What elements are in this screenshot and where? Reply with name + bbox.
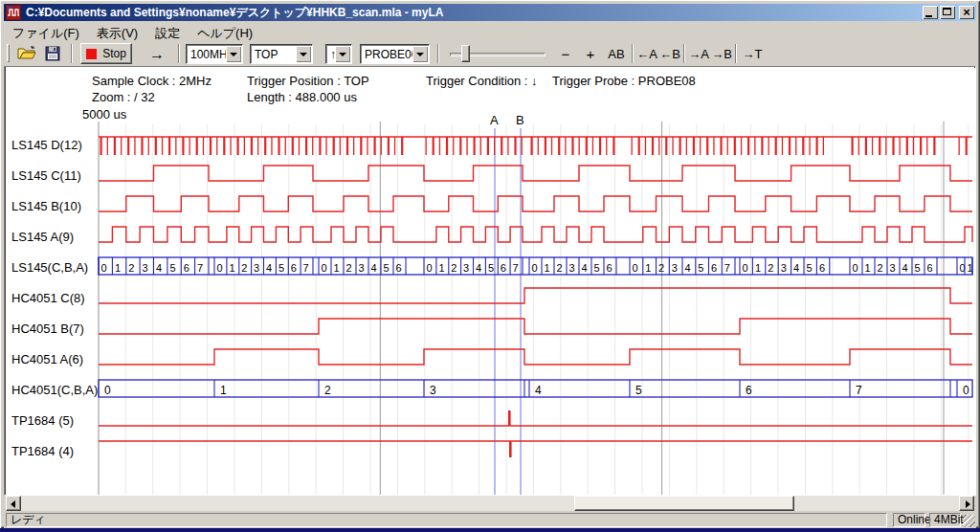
trigger-position-value: TOP xyxy=(255,47,278,62)
svg-text:0: 0 xyxy=(427,262,433,274)
svg-text:2: 2 xyxy=(324,384,331,397)
svg-text:5: 5 xyxy=(635,384,642,397)
svg-text:3: 3 xyxy=(143,262,148,274)
window-title: C:¥Documents and Settings¥noname¥デスクトップ¥… xyxy=(26,5,923,21)
status-memory-badge: 4MBit xyxy=(929,513,961,527)
svg-text:6: 6 xyxy=(711,262,717,274)
title-bar[interactable]: C:¥Documents and Settings¥noname¥デスクトップ¥… xyxy=(4,4,976,21)
toolbar: Stop → 100MHz TOP ↑ PROBE00 − + AB ←A ←B xyxy=(4,40,976,66)
close-button[interactable]: × xyxy=(959,6,974,19)
goto-trigger-button[interactable]: →T xyxy=(741,43,764,64)
svg-text:2: 2 xyxy=(878,262,883,274)
svg-text:3: 3 xyxy=(430,384,436,397)
svg-text:0: 0 xyxy=(633,262,638,274)
dropdown-button[interactable] xyxy=(296,46,311,62)
svg-text:1: 1 xyxy=(645,262,651,274)
zoom-in-button[interactable]: + xyxy=(580,43,601,64)
chevron-down-icon xyxy=(416,53,424,56)
goto-marker-b-button[interactable]: ←B xyxy=(658,43,681,64)
svg-text:2: 2 xyxy=(658,262,664,274)
svg-text:7: 7 xyxy=(856,384,862,397)
svg-text:6: 6 xyxy=(501,262,506,274)
app-icon xyxy=(6,5,21,20)
svg-text:4: 4 xyxy=(535,384,542,397)
zoom-slider-thumb[interactable] xyxy=(461,45,470,62)
svg-text:1: 1 xyxy=(334,262,340,274)
save-file-button[interactable] xyxy=(41,43,64,64)
svg-text:6: 6 xyxy=(746,384,752,397)
open-file-button[interactable] xyxy=(15,43,38,64)
zoom-out-button[interactable]: − xyxy=(555,43,576,64)
set-marker-a-button[interactable]: →A xyxy=(687,43,710,64)
svg-text:1: 1 xyxy=(545,262,550,274)
dropdown-button[interactable] xyxy=(226,46,241,62)
svg-text:0: 0 xyxy=(104,384,111,397)
set-marker-b-button[interactable]: →B xyxy=(710,43,733,64)
svg-text:3: 3 xyxy=(359,262,365,274)
menu-file[interactable]: ファイル(F) xyxy=(4,23,88,40)
svg-text:4: 4 xyxy=(156,262,162,274)
scroll-thumb[interactable] xyxy=(574,496,794,511)
stop-button-label: Stop xyxy=(102,47,126,60)
minimize-button[interactable] xyxy=(923,6,938,19)
menu-help[interactable]: ヘルプ(H) xyxy=(189,23,261,40)
toolbar-separator xyxy=(437,44,439,63)
svg-text:2: 2 xyxy=(346,262,352,274)
svg-text:7: 7 xyxy=(197,262,203,274)
svg-text:5: 5 xyxy=(278,262,284,274)
minimize-icon xyxy=(925,15,932,17)
dropdown-button[interactable] xyxy=(412,46,428,62)
svg-text:4: 4 xyxy=(685,262,691,274)
waveform-client: Sample Clock : 2MHz Trigger Position : T… xyxy=(6,67,974,495)
svg-text:1: 1 xyxy=(755,262,761,274)
resize-grip[interactable] xyxy=(963,515,975,527)
trigger-probe-value: PROBE00 xyxy=(365,47,417,62)
trigger-position-select[interactable]: TOP xyxy=(250,44,313,64)
svg-text:2: 2 xyxy=(768,262,773,274)
svg-text:0: 0 xyxy=(322,262,327,274)
dropdown-button[interactable] xyxy=(335,46,350,62)
maximize-button[interactable] xyxy=(940,6,955,19)
menu-view[interactable]: 表示(V) xyxy=(88,23,146,40)
svg-text:0: 0 xyxy=(101,262,107,274)
h-scrollbar[interactable] xyxy=(6,496,974,511)
svg-text:6: 6 xyxy=(291,262,297,274)
svg-text:5: 5 xyxy=(488,262,494,274)
svg-text:1: 1 xyxy=(220,384,227,397)
svg-text:3: 3 xyxy=(672,262,678,274)
save-floppy-icon xyxy=(45,46,60,61)
svg-text:5: 5 xyxy=(698,262,703,274)
svg-text:7: 7 xyxy=(513,262,519,274)
close-icon: × xyxy=(959,5,974,19)
svg-text:5: 5 xyxy=(169,262,175,274)
run-button[interactable]: → xyxy=(144,43,170,64)
menu-settings[interactable]: 設定 xyxy=(146,23,189,40)
svg-text:1: 1 xyxy=(438,262,444,274)
scroll-right-button[interactable] xyxy=(959,496,974,511)
svg-text:2: 2 xyxy=(557,262,563,274)
stop-button[interactable]: Stop xyxy=(80,43,132,64)
trigger-edge-select[interactable]: ↑ xyxy=(325,44,352,64)
svg-text:7: 7 xyxy=(724,262,730,274)
scroll-left-button[interactable] xyxy=(6,496,21,511)
svg-text:3: 3 xyxy=(463,262,469,274)
svg-text:5: 5 xyxy=(384,262,390,274)
goto-marker-a-button[interactable]: ←A xyxy=(635,43,658,64)
waveform-display[interactable]: 0123456701234567012345601234567012345601… xyxy=(6,67,974,495)
svg-text:2: 2 xyxy=(128,262,134,274)
svg-text:6: 6 xyxy=(607,262,612,274)
sample-clock-select[interactable]: 100MHz xyxy=(186,44,243,64)
svg-text:2: 2 xyxy=(241,262,247,274)
svg-text:3: 3 xyxy=(781,262,787,274)
open-folder-icon xyxy=(17,46,36,61)
trigger-probe-select[interactable]: PROBE00 xyxy=(360,44,430,64)
svg-text:6: 6 xyxy=(184,262,189,274)
chevron-down-icon xyxy=(230,53,237,56)
svg-text:3: 3 xyxy=(254,262,259,274)
status-ready-text: レディ xyxy=(6,513,887,527)
svg-text:1: 1 xyxy=(865,262,871,274)
status-online-badge: Online xyxy=(893,513,925,527)
svg-text:6: 6 xyxy=(819,262,825,274)
toolbar-grip[interactable] xyxy=(7,44,10,62)
ab-range-button[interactable]: AB xyxy=(604,43,629,64)
